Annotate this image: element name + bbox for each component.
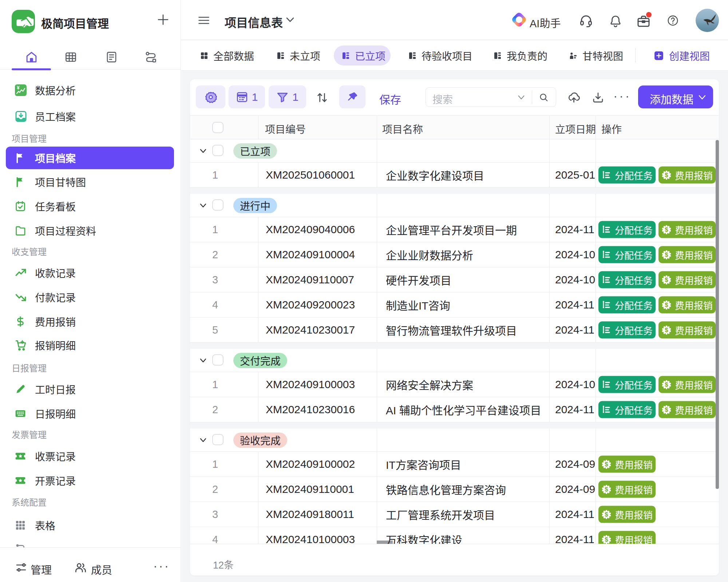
svg-text:¥: ¥	[17, 85, 20, 91]
